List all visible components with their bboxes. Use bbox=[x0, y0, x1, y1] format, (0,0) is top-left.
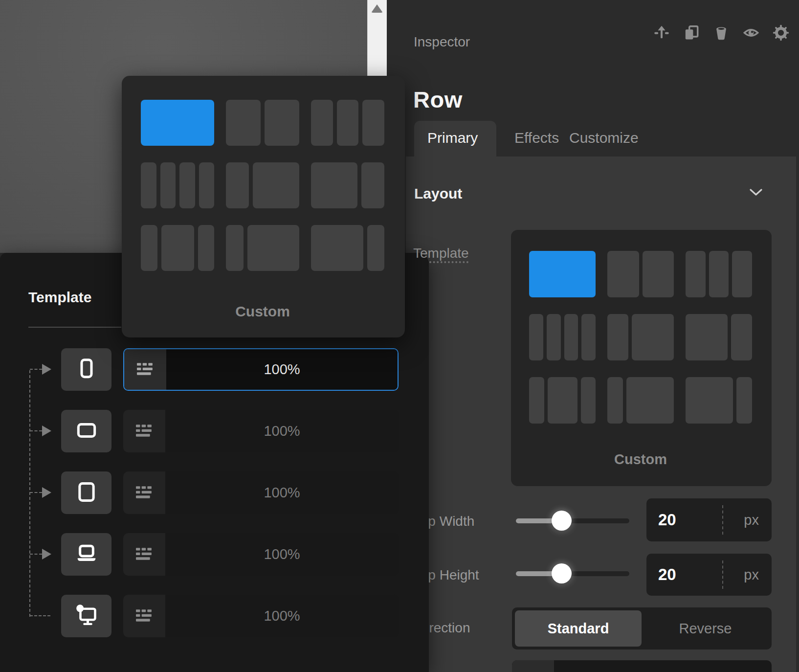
template-option-3-3[interactable] bbox=[686, 377, 752, 424]
width-value[interactable]: 100% bbox=[166, 349, 398, 390]
template-cell bbox=[686, 251, 706, 297]
tab-effects[interactable]: Effects bbox=[514, 130, 559, 146]
template-option-1-2[interactable] bbox=[607, 251, 674, 297]
template-option-3-3[interactable] bbox=[311, 225, 384, 271]
tablet-landscape-device-button[interactable] bbox=[61, 410, 111, 452]
tree-connector-stub bbox=[30, 369, 42, 370]
template-cell bbox=[311, 225, 363, 271]
width-value[interactable]: 100% bbox=[165, 471, 399, 514]
template-cell bbox=[141, 162, 156, 208]
laptop-device-button[interactable] bbox=[61, 533, 111, 576]
settings-icon[interactable] bbox=[772, 23, 790, 42]
slider-knob[interactable] bbox=[552, 563, 572, 583]
tree-arrow-icon bbox=[42, 549, 51, 560]
layout-rows-icon bbox=[123, 595, 165, 637]
gap-width-value[interactable]: 20 bbox=[658, 511, 676, 529]
template-grid-row bbox=[141, 225, 384, 271]
device-rows: 100%100%100%100%100% bbox=[0, 348, 429, 656]
breakpoint-row-laptop: 100% bbox=[0, 533, 429, 576]
inspector-toolbar bbox=[652, 23, 790, 42]
dotted-underline bbox=[429, 261, 468, 263]
tree-connector-stub bbox=[30, 615, 50, 616]
template-option-2-1[interactable] bbox=[529, 314, 596, 360]
template-cell bbox=[529, 377, 544, 424]
template-grid-row bbox=[141, 100, 384, 146]
template-option-3-2[interactable] bbox=[226, 225, 299, 271]
template-option-2-2[interactable] bbox=[607, 314, 674, 360]
slider-knob[interactable] bbox=[552, 511, 572, 531]
template-option-3-2[interactable] bbox=[607, 377, 674, 424]
custom-template-button[interactable]: Custom bbox=[141, 303, 384, 320]
gap-width-value-field[interactable]: 20 px bbox=[646, 498, 772, 541]
desktop-device-button[interactable] bbox=[61, 595, 111, 637]
custom-template-button[interactable]: Custom bbox=[529, 451, 752, 468]
tablet-device-button[interactable] bbox=[61, 471, 111, 514]
template-cell bbox=[311, 100, 333, 146]
template-option-1-3[interactable] bbox=[311, 100, 384, 146]
tree-arrow-icon bbox=[42, 364, 51, 375]
template-cell bbox=[141, 225, 157, 271]
breakpoint-row-desktop: 100% bbox=[0, 595, 429, 637]
template-option-3-1[interactable] bbox=[141, 225, 214, 271]
template-option-1-1[interactable] bbox=[529, 251, 596, 297]
template-cell bbox=[367, 225, 385, 271]
template-option-2-3[interactable] bbox=[686, 314, 752, 360]
tablet-landscape-icon bbox=[74, 418, 99, 445]
layout-section-title: Layout bbox=[414, 185, 462, 202]
width-field-phone[interactable]: 100% bbox=[123, 348, 399, 391]
divider bbox=[722, 560, 723, 589]
gap-height-value-field[interactable]: 20 px bbox=[646, 554, 772, 596]
next-control-partial bbox=[512, 660, 772, 672]
chevron-down-icon[interactable] bbox=[750, 189, 762, 196]
template-cell bbox=[199, 162, 215, 208]
template-picker: Custom bbox=[511, 230, 772, 486]
template-option-2-2[interactable] bbox=[226, 162, 299, 208]
direction-standard-button[interactable]: Standard bbox=[515, 610, 642, 647]
template-cell bbox=[607, 377, 623, 424]
width-value[interactable]: 100% bbox=[165, 410, 399, 452]
width-field-tablet[interactable]: 100% bbox=[123, 471, 399, 514]
visibility-icon[interactable] bbox=[742, 23, 760, 42]
tab-primary[interactable]: Primary bbox=[427, 130, 478, 146]
move-up-icon[interactable] bbox=[652, 23, 670, 42]
template-cell bbox=[607, 314, 628, 360]
duplicate-icon[interactable] bbox=[682, 23, 700, 42]
tree-connector-stub bbox=[30, 554, 42, 555]
template-option-1-1[interactable] bbox=[141, 100, 214, 146]
tree-connector-stub bbox=[30, 430, 42, 431]
template-cell bbox=[626, 377, 674, 424]
phone-device-button[interactable] bbox=[61, 348, 111, 391]
panel-title: Inspector bbox=[414, 34, 470, 50]
template-cell bbox=[732, 251, 752, 297]
app-root: Inspector Row Primary Effects Customize … bbox=[0, 0, 799, 672]
template-cell bbox=[265, 100, 299, 146]
template-option-2-3[interactable] bbox=[311, 162, 384, 208]
desktop-icon bbox=[74, 603, 99, 629]
width-value[interactable]: 100% bbox=[165, 533, 399, 576]
direction-reverse-button[interactable]: Reverse bbox=[642, 610, 769, 647]
template-cell bbox=[311, 162, 357, 208]
template-option-1-2[interactable] bbox=[226, 100, 299, 146]
width-field-desktop[interactable]: 100% bbox=[123, 595, 399, 637]
template-cell bbox=[337, 100, 359, 146]
width-field-laptop[interactable]: 100% bbox=[123, 533, 399, 576]
template-cell bbox=[361, 162, 384, 208]
template-field-label-layer: Template bbox=[413, 246, 469, 261]
template-option-1-3[interactable] bbox=[686, 251, 752, 297]
gap-width-unit: px bbox=[744, 512, 759, 528]
template-cell bbox=[226, 225, 244, 271]
template-cell bbox=[643, 251, 674, 297]
template-option-2-1[interactable] bbox=[141, 162, 214, 208]
template-option-3-1[interactable] bbox=[529, 377, 596, 424]
gap-width-slider[interactable] bbox=[516, 518, 629, 523]
scroll-up-icon[interactable] bbox=[371, 4, 383, 13]
gap-height-value[interactable]: 20 bbox=[658, 565, 676, 584]
tab-customize[interactable]: Customize bbox=[569, 130, 639, 146]
layout-rows-icon bbox=[123, 533, 165, 576]
delete-icon[interactable] bbox=[712, 23, 730, 42]
gap-height-slider[interactable] bbox=[516, 571, 629, 576]
width-field-tablet-landscape[interactable]: 100% bbox=[123, 410, 399, 452]
template-cell bbox=[632, 314, 674, 360]
width-value[interactable]: 100% bbox=[165, 595, 399, 637]
template-cell bbox=[226, 100, 261, 146]
